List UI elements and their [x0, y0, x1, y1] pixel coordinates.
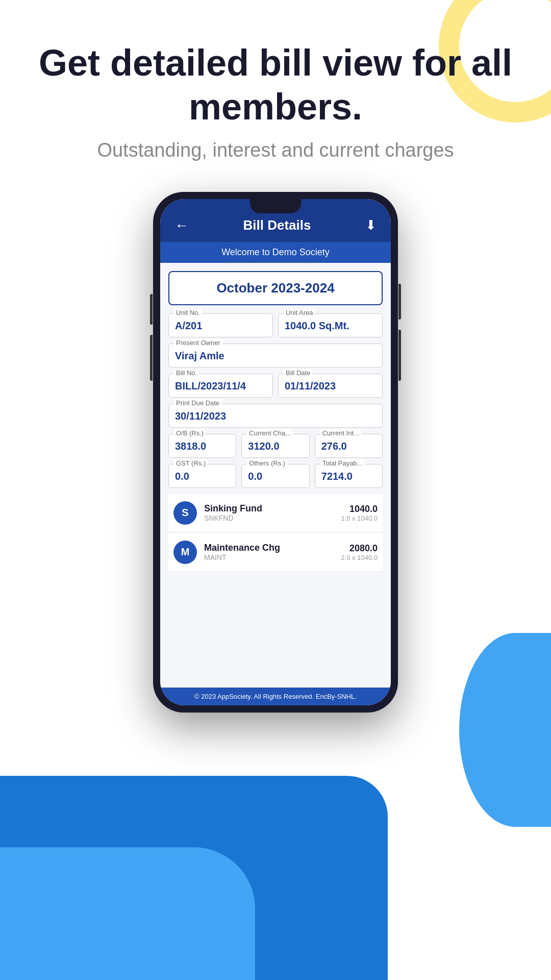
charge-avatar: M	[173, 541, 197, 564]
others-label: Others (Rs.)	[247, 459, 287, 467]
charge-info: Maintenance Chg MAINT	[204, 543, 341, 561]
charge-code: MAINT	[204, 553, 341, 561]
screen-content: October 2023-2024 Unit No. A/201 Unit Ar…	[160, 263, 391, 688]
bill-no-field: Bill No. BILL/2023/11/4	[168, 374, 273, 398]
charge-item: S Sinking Fund SNKFND 1040.0 1.0 x 1040.…	[168, 494, 383, 532]
others-field: Others (Rs.) 0.0	[241, 464, 309, 488]
unit-row: Unit No. A/201 Unit Area 1040.0 Sq.Mt.	[168, 313, 383, 337]
phone-btn-right2	[398, 330, 401, 381]
gst-label: GST (Rs.)	[174, 459, 208, 467]
owner-value: Viraj Amle	[175, 350, 376, 362]
charge-name: Sinking Fund	[204, 503, 341, 514]
due-date-value: 30/11/2023	[175, 410, 376, 422]
owner-label: Present Owner	[174, 339, 222, 347]
charges-row2: GST (Rs.) 0.0 Others (Rs.) 0.0 Total Pay…	[168, 464, 383, 488]
unit-no-field: Unit No. A/201	[168, 313, 273, 337]
charge-calc: 2.0 x 1040.0	[341, 554, 378, 561]
hero-section: Get detailed bill view for all members. …	[0, 0, 551, 182]
bill-date-value: 01/11/2023	[285, 380, 376, 392]
phone-btn-left2	[150, 335, 153, 381]
header-title: Bill Details	[189, 217, 365, 233]
bill-period-box: October 2023-2024	[168, 271, 383, 305]
back-button[interactable]: ←	[174, 217, 189, 234]
phone-notch	[250, 199, 301, 213]
charges-row1: O/B (Rs.) 3818.0 Current Cha... 3120.0 C…	[168, 434, 383, 458]
gst-value: 0.0	[175, 471, 230, 482]
others-value: 0.0	[248, 471, 303, 482]
current-charges-field: Current Cha... 3120.0	[241, 434, 309, 458]
unit-no-label: Unit No.	[174, 309, 202, 316]
ob-value: 3818.0	[175, 440, 230, 452]
current-interest-value: 276.0	[321, 440, 376, 452]
download-button[interactable]: ⬇	[365, 217, 377, 233]
hero-title: Get detailed bill view for all members.	[31, 41, 520, 129]
unit-area-value: 1040.0 Sq.Mt.	[285, 320, 376, 332]
bill-date-field: Bill Date 01/11/2023	[278, 374, 383, 398]
owner-field: Present Owner Viraj Amle	[168, 344, 383, 368]
charge-name: Maintenance Chg	[204, 543, 341, 553]
charge-info: Sinking Fund SNKFND	[204, 503, 341, 522]
charge-list: S Sinking Fund SNKFND 1040.0 1.0 x 1040.…	[168, 494, 383, 572]
ob-field: O/B (Rs.) 3818.0	[168, 434, 236, 458]
bill-no-label: Bill No.	[174, 369, 199, 377]
charge-amounts: 2080.0 2.0 x 1040.0	[341, 543, 378, 561]
phone-btn-left	[150, 294, 153, 325]
bill-period-text: October 2023-2024	[216, 280, 334, 296]
phone-mockup: ← Bill Details ⬇ Welcome to Demo Society…	[0, 192, 551, 713]
total-payable-field: Total Payab... 7214.0	[315, 464, 383, 488]
phone-outer: ← Bill Details ⬇ Welcome to Demo Society…	[153, 192, 398, 713]
current-interest-label: Current Int...	[320, 429, 361, 437]
footer-text: © 2023 AppSociety. All Rights Reserved. …	[194, 693, 357, 700]
bill-no-value: BILL/2023/11/4	[175, 380, 266, 392]
hero-subtitle: Outstanding, interest and current charge…	[31, 139, 520, 161]
society-banner: Welcome to Demo Society	[160, 242, 391, 263]
gst-field: GST (Rs.) 0.0	[168, 464, 236, 488]
unit-area-label: Unit Area	[284, 309, 315, 316]
bill-date-label: Bill Date	[284, 369, 312, 377]
charge-total: 2080.0	[341, 543, 378, 554]
phone-footer: © 2023 AppSociety. All Rights Reserved. …	[160, 688, 391, 705]
current-charges-label: Current Cha...	[247, 429, 293, 437]
total-payable-label: Total Payab...	[320, 459, 365, 467]
charge-item: M Maintenance Chg MAINT 2080.0 2.0 x 104…	[168, 533, 383, 572]
phone-btn-right	[398, 284, 401, 320]
current-charges-value: 3120.0	[248, 440, 303, 452]
charge-avatar: S	[173, 501, 197, 525]
charge-amounts: 1040.0 1.0 x 1040.0	[341, 504, 378, 522]
society-name: Welcome to Demo Society	[221, 247, 330, 257]
charge-total: 1040.0	[341, 504, 378, 514]
due-date-label: Print Due Date	[174, 399, 221, 407]
bill-no-row: Bill No. BILL/2023/11/4 Bill Date 01/11/…	[168, 374, 383, 398]
charge-code: SNKFND	[204, 514, 341, 522]
charge-calc: 1.0 x 1040.0	[341, 514, 378, 522]
owner-row: Present Owner Viraj Amle	[168, 344, 383, 368]
phone-screen: ← Bill Details ⬇ Welcome to Demo Society…	[160, 199, 391, 705]
ob-label: O/B (Rs.)	[174, 429, 206, 437]
bg-blob-blue-bottom2	[0, 847, 255, 980]
unit-no-value: A/201	[175, 320, 266, 332]
due-date-field: Print Due Date 30/11/2023	[168, 404, 383, 428]
current-interest-field: Current Int... 276.0	[315, 434, 383, 458]
total-payable-value: 7214.0	[321, 471, 376, 482]
due-date-row: Print Due Date 30/11/2023	[168, 404, 383, 428]
unit-area-field: Unit Area 1040.0 Sq.Mt.	[278, 313, 383, 337]
